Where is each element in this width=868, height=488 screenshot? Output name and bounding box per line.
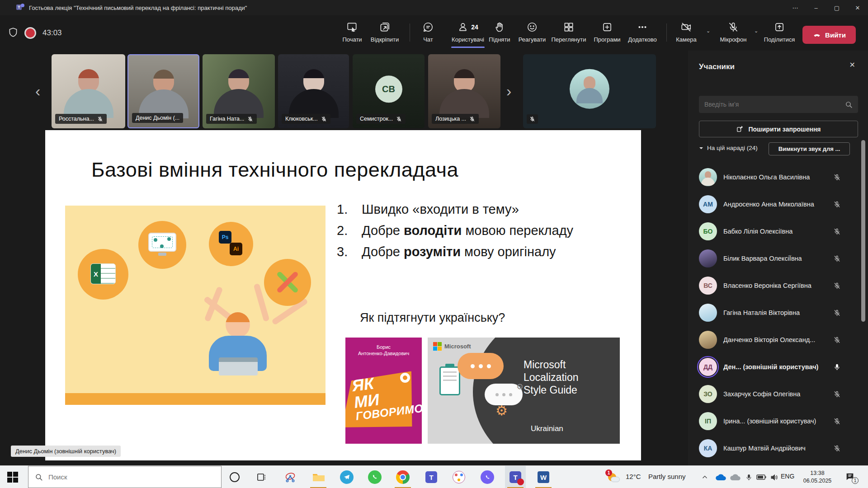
window-more-button[interactable]: ⋯ [785,0,806,15]
taskbar-search-box[interactable] [28,466,222,488]
participant-row[interactable]: ЗО Захарчук Софія Олегівна [688,380,860,408]
participant-row[interactable]: КА Кашпур Матвій Андрійович [688,435,860,462]
popout-icon [379,21,391,33]
teams-icon[interactable]: T [424,470,439,484]
camera-button[interactable]: Камера [665,21,708,43]
panel-close-button[interactable]: ✕ [849,61,855,69]
cortana-button[interactable] [227,470,242,484]
teams-meeting-icon[interactable]: T [508,470,523,484]
participant-photo-avatar [699,331,717,349]
mic-off-icon[interactable] [833,255,841,263]
mic-off-icon[interactable] [833,228,841,235]
participant-initials-avatar: ДД [699,358,717,376]
ellipsis-icon [637,21,648,33]
camera-options-chevron[interactable]: ⌄ [706,28,710,34]
window-minimize-button[interactable]: – [806,0,826,15]
participant-photo-avatar [699,168,717,186]
telegram-icon[interactable] [340,470,354,484]
start-button[interactable] [7,472,18,483]
word-icon[interactable]: W [536,470,551,484]
unpin-button[interactable]: Відкріпити [363,21,406,43]
keyboard-language-indicator[interactable]: ENG [781,473,794,480]
participant-row[interactable]: Ніколаєнко Ольга Василівна [688,164,860,191]
cloud-icon[interactable] [728,470,742,484]
mic-off-icon[interactable] [833,445,841,452]
chat-icon [422,21,434,33]
people-count-badge: 24 [471,23,478,31]
task-view-button[interactable] [255,470,269,484]
mic-off-icon[interactable] [833,309,841,317]
participant-row[interactable]: Данченко Вікторія Олександ... [688,326,860,353]
in-meeting-section-header[interactable]: На цій нараді (24) [699,145,758,151]
mic-off-icon[interactable] [833,390,841,398]
video-tile[interactable]: Лозицька ... [428,54,500,128]
mic-off-icon [396,116,402,122]
filmstrip-prev-button[interactable]: ‹ [35,83,40,99]
participant-video [64,69,113,118]
participant-row-speaking[interactable]: ДД Ден... (зовнішній користувач) [688,353,860,380]
microphone-button[interactable]: Мікрофон [712,21,755,43]
participant-search-box[interactable] [699,96,858,113]
slide-question: Як підтягнути українську? [360,311,505,325]
video-tile[interactable]: Клюковськ... [278,54,349,128]
participant-row[interactable]: ІП Ірина... (зовнішній користувач) [688,408,860,435]
mute-all-button[interactable]: Вимкнути звук для ... [769,142,850,155]
tray-expand-chevron[interactable] [698,470,712,484]
participant-initials-avatar: КА [699,439,717,457]
share-invite-button[interactable]: Поширити запрошення [699,121,858,137]
weather-condition[interactable]: Partly sunny [648,473,686,480]
paint-icon[interactable] [452,470,466,484]
notification-center-icon[interactable]: 1 [844,470,858,484]
participant-row[interactable]: БО Бабко Лілія Олексіївна [688,218,860,245]
video-tile[interactable]: СВ Семистрок... [353,54,425,128]
participant-row[interactable]: АМ Андросенко Анна Миколаївна [688,191,860,218]
collapse-caret-icon [699,146,703,150]
mic-off-icon[interactable] [833,282,841,290]
onedrive-icon[interactable] [713,470,728,484]
book2-title: Microsoft Localization Style Guide [524,358,596,396]
mic-off-icon[interactable] [833,336,841,344]
share-button[interactable]: Поділитися [758,21,801,43]
window-close-button[interactable]: ✕ [847,0,868,15]
panel-scrollbar[interactable] [861,140,865,322]
grid-view-icon [563,21,575,33]
hangup-icon [812,30,821,39]
video-tile[interactable]: Гагіна Ната... [203,54,275,128]
participant-row[interactable]: Гагіна Наталія Вікторівна [688,299,860,326]
file-explorer-icon[interactable] [311,470,326,484]
video-tile-active-speaker[interactable]: Денис Дьомін (... [127,54,199,128]
video-tile-avatar-only[interactable] [523,54,656,128]
book-cover-ms-style-guide: Microsoft ⚙ ⚙ Microsoft Localization Sty… [428,338,620,444]
more-options-button[interactable]: Додатково [621,21,664,43]
participant-row[interactable]: Білик Варвара ОлексіЇвна [688,245,860,272]
mic-off-icon[interactable] [833,201,841,208]
participant-search-input[interactable] [704,101,845,108]
window-titlebar: T Гостьова лекція "Технічний письмовий п… [0,0,868,15]
viber-icon[interactable] [480,470,495,484]
mic-off-icon[interactable] [833,418,841,425]
chat-button[interactable]: Чат [406,21,450,43]
smiley-icon [526,21,538,33]
window-maximize-button[interactable]: ▢ [826,0,847,15]
weather-temperature[interactable]: 12°C [626,473,641,480]
chrome-icon[interactable] [396,470,410,484]
whatsapp-icon[interactable] [368,470,382,484]
participant-row[interactable]: ВС Власенко Вероніка Сергіївна [688,272,860,299]
snipping-tool-icon[interactable] [283,470,297,484]
book2-language: Ukrainian [531,424,563,433]
slide-illustration: X Ps Ai [65,206,326,405]
participant-video [439,69,489,118]
volume-icon[interactable] [767,470,781,484]
video-participant-name: Лозицька ... [435,116,466,122]
taskbar-search-input[interactable] [48,473,215,481]
weather-icon[interactable]: 1 [607,471,621,485]
window-title: Гостьова лекція "Технічний письмовий пер… [29,5,247,11]
video-tile[interactable]: Росстальна... [52,54,125,128]
mic-off-icon[interactable] [833,174,841,181]
taskbar-clock[interactable]: 13:38 06.05.2025 [798,469,837,485]
leave-button[interactable]: Вийти [802,26,856,44]
weather-badge: 1 [605,469,612,476]
view-button[interactable]: Переглянути [547,21,590,43]
filmstrip-next-button[interactable]: › [506,83,511,99]
mic-on-icon[interactable] [833,363,841,371]
